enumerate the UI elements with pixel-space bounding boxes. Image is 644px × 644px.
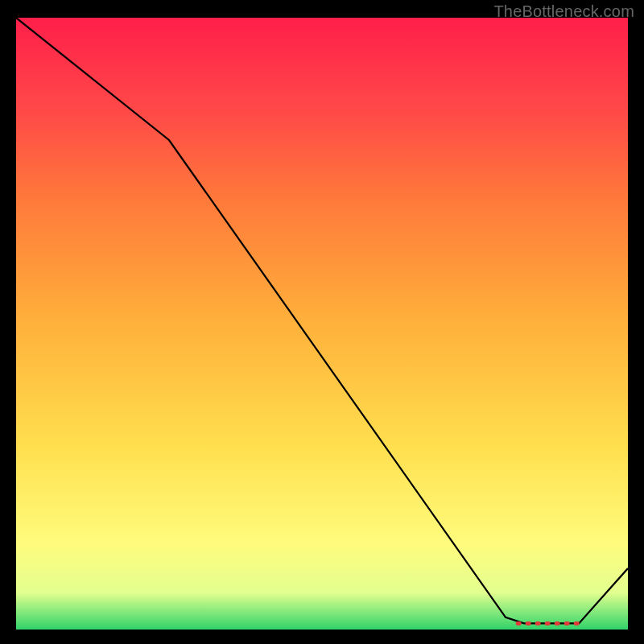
plot-area <box>16 18 628 630</box>
chart-frame: TheBottleneck.com <box>0 0 644 644</box>
watermark-text: TheBottleneck.com <box>493 2 634 21</box>
heatmap-background <box>16 18 628 630</box>
chart-svg <box>16 18 628 630</box>
